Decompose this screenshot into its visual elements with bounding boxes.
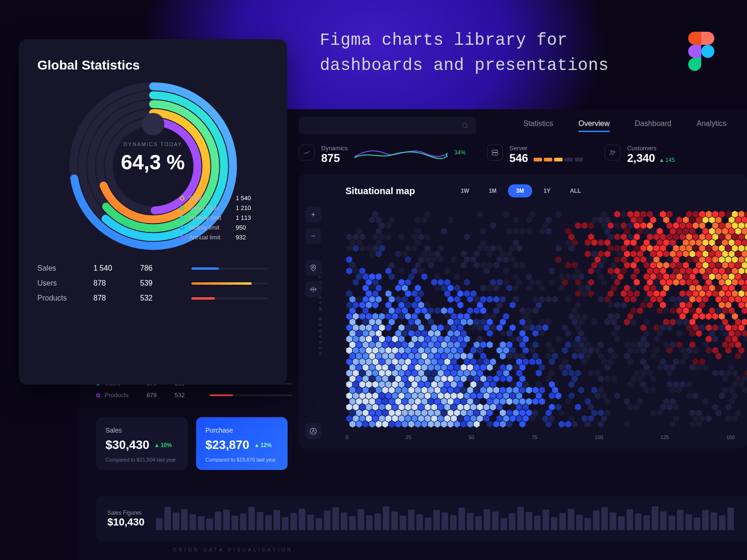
sparkline-pct: 34%	[454, 149, 465, 156]
svg-point-17	[613, 151, 615, 153]
percent-value: 64,3 %	[121, 151, 185, 174]
global-mini-table: Sales1 540786Users878539Products878532	[37, 264, 268, 302]
ring-legend: Sales1 540Sales Plan1 210Weekly limit1 1…	[180, 195, 251, 241]
svg-line-12	[466, 127, 468, 128]
headline: Figma charts library for dashboards and …	[320, 28, 609, 78]
legend-item: Sales1 540	[180, 195, 251, 202]
main-nav: StatisticsOverviewDashboardAnalytics	[523, 119, 726, 132]
zoom-out-button[interactable]: −	[305, 228, 321, 244]
range-1w[interactable]: 1W	[452, 184, 478, 197]
nav-dashboard[interactable]: Dashboard	[635, 119, 671, 132]
delta-up: ▲ 145	[659, 157, 675, 163]
search-input[interactable]	[299, 117, 476, 134]
table-row: Users878539	[37, 279, 268, 287]
range-tabs: 1W1M3M1YALL	[452, 184, 589, 197]
map-x-axis: 0255075100125150	[345, 434, 735, 440]
kpi-row: Sales $30,430▲ 10% Compared to $21,504 l…	[96, 417, 288, 470]
nav-statistics[interactable]: Statistics	[523, 119, 553, 132]
kpi-purchase: Purchase $23,870▲ 12% Compared to $19,87…	[196, 417, 288, 470]
avatar-placeholder	[142, 113, 164, 135]
svg-rect-15	[492, 153, 498, 155]
nav-overview[interactable]: Overview	[578, 119, 610, 132]
range-1y[interactable]: 1Y	[535, 184, 559, 197]
range-3m[interactable]: 3M	[508, 184, 533, 197]
table-row: Sales1 540786	[37, 264, 268, 273]
table-row: Products878532	[37, 294, 268, 302]
brand-footer: ORION DATA VISUALISATION	[173, 547, 293, 553]
card-title: Global Statistics	[37, 58, 268, 73]
sales-figures-bars	[156, 508, 736, 530]
server-segments	[534, 158, 583, 161]
svg-rect-14	[492, 150, 498, 153]
svg-point-0	[701, 45, 714, 58]
map-title: Situational map	[345, 186, 415, 196]
chart-icon	[299, 145, 315, 161]
range-all[interactable]: ALL	[562, 184, 589, 197]
map-tools: + −	[305, 207, 321, 297]
pan-button[interactable]	[305, 281, 321, 297]
stat-dynamics: Dynamics 875 34%	[299, 145, 465, 165]
legend-item: Annual limit932	[180, 234, 251, 241]
svg-point-13	[446, 154, 448, 156]
kpi-sales: Sales $30,430▲ 10% Compared to $21,504 l…	[96, 417, 188, 470]
situational-map-card: Situational map 1W1M3M1YALL + − HEXAGON …	[299, 174, 747, 448]
nav-analytics[interactable]: Analytics	[697, 119, 726, 132]
sparkline	[354, 145, 448, 161]
sales-figures-card: Sales Figures $10,430	[96, 497, 747, 541]
hex-heatmap	[345, 210, 747, 430]
stat-customers: Customers 2,340 ▲ 145	[605, 145, 675, 165]
svg-point-18	[312, 266, 314, 268]
svg-point-16	[611, 150, 613, 152]
range-1m[interactable]: 1M	[480, 184, 505, 197]
locate-button[interactable]	[305, 260, 321, 276]
zoom-in-button[interactable]: +	[305, 207, 321, 223]
server-icon	[487, 145, 503, 161]
users-icon	[605, 145, 620, 161]
legend-item: Weekly limit1 113	[180, 214, 251, 221]
legend-item: Sales Plan1 210	[180, 204, 251, 211]
figma-logo	[688, 32, 714, 73]
percent-caption: DYNAMICS TODAY	[121, 141, 185, 147]
table-row: Products878532	[96, 392, 292, 399]
global-statistics-card: Global Statistics DYNAMICS TODAY 64,3	[19, 39, 287, 385]
svg-point-11	[463, 123, 467, 127]
legend-item: Mothly limit950	[180, 224, 251, 231]
search-icon	[461, 122, 469, 129]
compass-icon	[305, 423, 321, 439]
radial-rings-chart: DYNAMICS TODAY 64,3 % Sales1 540Sales Pl…	[64, 77, 242, 255]
stat-server: Server 546	[487, 145, 583, 165]
